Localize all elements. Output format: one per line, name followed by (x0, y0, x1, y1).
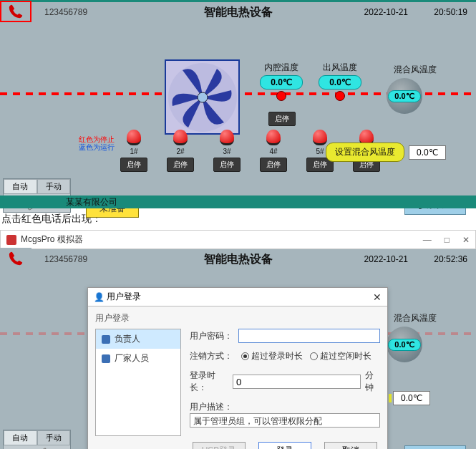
cancel-button[interactable]: 取消 (324, 442, 377, 449)
heater-toggle-button[interactable]: 启停 (260, 158, 287, 172)
mode-switch[interactable]: 自动 手动 (3, 430, 71, 449)
dialog-body: 用户登录 负责人 厂家人员 用户密码： 注销方式： 超过登录时长 (88, 306, 387, 449)
setpoint-label: 设置混合风温度 (326, 143, 404, 162)
company-name: 某某有限公司 (66, 197, 117, 207)
phone-button[interactable] (0, 1, 31, 22)
person-icon (102, 335, 110, 344)
sensor-pin-icon (335, 91, 345, 101)
dialog-title: 用户登录 (107, 291, 141, 303)
sensor-label: 出风温度 (323, 62, 357, 72)
heater-toggle-button[interactable]: 启停 (120, 158, 147, 172)
minimize-button[interactable]: — (423, 235, 432, 245)
app-title: 智能电热设备 (204, 5, 273, 20)
lamp-icon (173, 130, 188, 145)
header-time: 20:50:19 (434, 7, 467, 17)
radio-icon (241, 352, 249, 360)
setpoint-input[interactable]: 0.0℃ (393, 391, 430, 405)
mode-auto-tab[interactable]: 自动 (4, 179, 37, 194)
legend-note: 红色为停止 蓝色为运行 (79, 135, 115, 151)
login-button[interactable]: 登录 (258, 442, 311, 449)
close-button[interactable]: ✕ (462, 235, 470, 245)
heater-label: 5# (316, 148, 324, 155)
setpoint-row: 设置混合风温度 0.0℃ (326, 143, 446, 162)
svg-point-1 (198, 92, 208, 102)
mixed-temp-knob[interactable]: 0.0℃ (387, 78, 422, 114)
phone-number: 123456789 (44, 7, 87, 17)
mode-manual-tab[interactable]: 手动 (37, 430, 71, 445)
param-settings-button[interactable]: 参数设置 (404, 445, 466, 449)
logout-mode-row: 注销方式： 超过登录时长 超过空闲时长 (190, 350, 380, 362)
header-bar: 123456789 智能电热设备 2022-10-21 20:52:36 (0, 249, 476, 269)
fan-icon (167, 62, 238, 133)
phone-button[interactable] (0, 248, 31, 269)
legend-red: 红色为停止 (79, 135, 115, 143)
description-value: 属于管理员组，可以管理权限分配 (190, 413, 380, 428)
heater-2: 2#启停 (167, 130, 194, 172)
description-label: 用户描述： (190, 401, 380, 413)
login-form: 用户密码： 注销方式： 超过登录时长 超过空闲时长 登录时长： 分钟 (190, 329, 380, 449)
setpoint-label-edge (389, 394, 392, 402)
user-item-admin[interactable]: 负责人 (96, 329, 180, 349)
panel-with-dialog: McgsPro 模拟器 — □ ✕ 123456789 智能电热设备 2022-… (0, 230, 476, 449)
app-icon (6, 235, 16, 245)
lamp-icon (220, 130, 234, 145)
sensor-cavity-temp: 内腔温度 0.0℃ (256, 62, 306, 101)
sensor-pin-icon (276, 91, 286, 101)
mixed-temp-knob[interactable]: 0.0℃ (387, 327, 422, 362)
phone-number: 123456789 (44, 254, 87, 264)
user-name: 负责人 (115, 333, 140, 345)
sensor-label: 内腔温度 (264, 62, 298, 72)
sensor-value: 0.0℃ (319, 75, 361, 90)
user-list[interactable]: 负责人 厂家人员 (95, 329, 181, 436)
sensor-mixed-temp-label: 混合风温度 (390, 64, 440, 76)
dialog-buttons: USB登录 登录 取消 (190, 442, 380, 449)
fan-startstop-button[interactable]: 启停 (268, 112, 296, 126)
mode-auto-tab[interactable]: 自动 (4, 430, 37, 445)
setpoint-row: 0.0℃ (389, 391, 430, 405)
main-area: 混合风温度 0.0℃ 0.0℃ 👤 用户登录 ✕ 用户登录 负责人 厂家人员 (0, 269, 476, 449)
duration-label: 登录时长： (190, 370, 228, 394)
password-input[interactable] (238, 329, 380, 343)
window-title-bar: McgsPro 模拟器 — □ ✕ (0, 230, 476, 249)
phone-icon (8, 4, 24, 19)
maximize-button[interactable]: □ (445, 235, 450, 245)
sensor-mixed-temp-label: 混合风温度 (390, 312, 440, 324)
setpoint-input[interactable]: 0.0℃ (409, 145, 446, 160)
sensor-outlet-temp: 出风温度 0.0℃ (315, 62, 365, 101)
person-icon (102, 354, 110, 363)
header-bar: 123456789 智能电热设备 2022-10-21 20:50:19 (0, 2, 476, 22)
window-controls: — □ ✕ (423, 235, 470, 245)
heater-label: 3# (223, 148, 230, 155)
dialog-subtitle: 用户登录 (95, 312, 380, 324)
user-icon: 👤 (94, 292, 105, 302)
lamp-icon (313, 130, 327, 145)
heater-label: 2# (176, 148, 184, 155)
main-area: 启停 内腔温度 0.0℃ 出风温度 0.0℃ 混合风温度 0.0℃ 红色为停止 … (0, 22, 476, 195)
window-title: McgsPro 模拟器 (21, 233, 83, 246)
header-date: 2022-10-21 (364, 254, 408, 264)
heater-toggle-button[interactable]: 启停 (167, 158, 194, 172)
sensor-value: 0.0℃ (260, 75, 303, 90)
legend-blue: 蓝色为运行 (79, 143, 115, 151)
heater-toggle-button[interactable]: 启停 (213, 158, 241, 172)
description-row: 用户描述： 属于管理员组，可以管理权限分配 (190, 401, 380, 428)
phone-icon (8, 251, 24, 266)
usb-login-button[interactable]: USB登录 (193, 442, 246, 449)
password-label: 用户密码： (190, 330, 234, 342)
footer-bar: 某某有限公司 (0, 195, 476, 208)
user-item-factory[interactable]: 厂家人员 (96, 349, 180, 368)
heater-1: 1#启停 (120, 130, 147, 172)
radio-idle-duration[interactable]: 超过空闲时长 (310, 350, 371, 362)
duration-row: 登录时长： 分钟 (190, 370, 380, 394)
duration-input[interactable] (233, 375, 361, 389)
heater-label: 4# (269, 148, 277, 155)
radio-login-duration[interactable]: 超过登录时长 (241, 350, 303, 362)
heater-label: 1# (130, 148, 137, 155)
dialog-close-button[interactable]: ✕ (373, 291, 382, 303)
heater-4: 4#启停 (260, 130, 287, 172)
mixed-temp-value: 0.0℃ (388, 90, 420, 102)
heater-3: 3#启停 (213, 130, 241, 172)
mode-manual-tab[interactable]: 手动 (37, 179, 71, 194)
panel-initial: 123456789 智能电热设备 2022-10-21 20:50:19 启停 … (0, 0, 476, 208)
password-row: 用户密码： (190, 329, 380, 343)
